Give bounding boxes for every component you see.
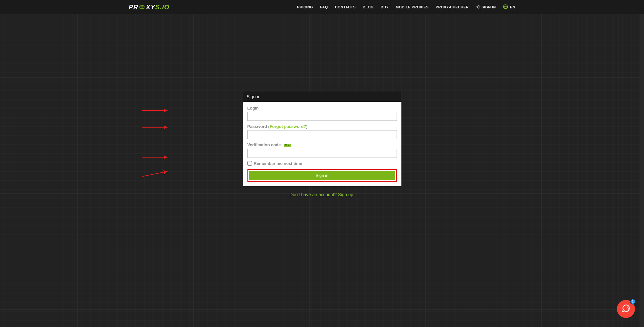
- verification-label-text: Verification code: [247, 142, 281, 147]
- login-field: Login: [247, 106, 397, 121]
- nav-blog[interactable]: BLOG: [363, 5, 374, 9]
- verification-field: Verification code: [247, 142, 397, 158]
- forgot-suffix: ): [306, 124, 307, 129]
- login-input[interactable]: [247, 112, 397, 121]
- remember-checkbox[interactable]: [247, 161, 252, 166]
- password-field: Password (Forgot password?): [247, 124, 397, 139]
- nav-signin[interactable]: SIGN IN: [476, 5, 496, 9]
- nav-signin-label: SIGN IN: [482, 5, 496, 9]
- brand-eye-icon: [139, 5, 146, 9]
- chat-icon: [621, 304, 630, 314]
- language-switch[interactable]: EN: [503, 4, 515, 10]
- svg-rect-1: [139, 6, 142, 8]
- signin-button[interactable]: Sign in: [249, 171, 395, 180]
- captcha-icon: [284, 143, 291, 148]
- card-title: Sign in: [243, 91, 401, 102]
- password-label: Password (Forgot password?): [247, 124, 397, 129]
- nav-faq[interactable]: FAQ: [320, 5, 328, 9]
- nav-contacts[interactable]: CONTACTS: [335, 5, 356, 9]
- nav-mobile-proxies[interactable]: MOBILE PROXIES: [396, 5, 429, 9]
- brand-part3: S.IO: [155, 4, 169, 11]
- signin-icon: [476, 5, 480, 9]
- signup-link[interactable]: Don't have an account? Sign up!: [290, 192, 355, 197]
- nav-buy[interactable]: BUY: [381, 5, 389, 9]
- brand-part2: XY: [146, 4, 155, 11]
- brand-logo[interactable]: PR XY S.IO: [129, 4, 170, 11]
- chat-fab[interactable]: 1: [617, 300, 635, 318]
- svg-rect-2: [142, 6, 145, 8]
- signin-card: Sign in Login Password (Forgot password?…: [243, 91, 401, 186]
- top-nav: PR XY S.IO PRICING FAQ CONTACTS BLOG BUY…: [0, 0, 644, 14]
- signin-button-highlight: Sign in: [247, 169, 397, 182]
- password-label-text: Password: [247, 124, 267, 129]
- remember-label: Remember me next time: [254, 161, 302, 166]
- lang-code: EN: [510, 5, 515, 9]
- nav-proxy-checker[interactable]: PROXY-CHECKER: [436, 5, 468, 9]
- verification-input[interactable]: [247, 149, 397, 158]
- brand-part1: PR: [129, 4, 139, 11]
- forgot-password-link[interactable]: Forgot password?: [270, 124, 306, 129]
- nav-links: PRICING FAQ CONTACTS BLOG BUY MOBILE PRO…: [297, 4, 515, 10]
- remember-row[interactable]: Remember me next time: [247, 161, 397, 166]
- main-content: Sign in Login Password (Forgot password?…: [0, 14, 644, 197]
- login-label: Login: [247, 106, 397, 111]
- chat-badge: 1: [630, 299, 636, 304]
- verification-label: Verification code: [247, 142, 397, 148]
- globe-icon: [503, 4, 508, 10]
- password-input[interactable]: [247, 130, 397, 139]
- nav-pricing[interactable]: PRICING: [297, 5, 313, 9]
